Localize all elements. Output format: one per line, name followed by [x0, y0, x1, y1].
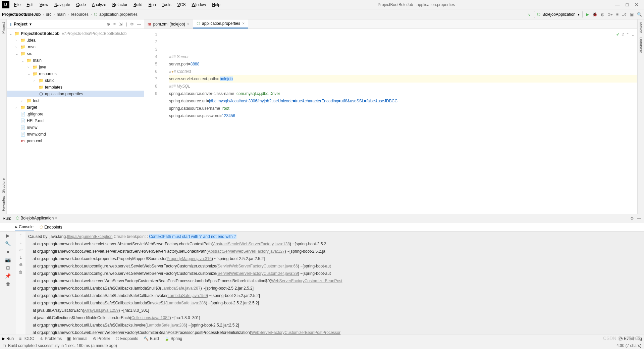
run-button[interactable]: ▶ [586, 12, 589, 17]
menu-help[interactable]: Help [209, 1, 223, 8]
tree-item--gitignore[interactable]: 📄.gitignore [7, 111, 144, 117]
hammer-icon[interactable]: ↘ [527, 12, 531, 17]
camera-icon[interactable]: 📷 [5, 257, 11, 262]
tree-item--idea[interactable]: ›📁.idea [7, 37, 144, 44]
bottom-tab-build[interactable]: 🔨Build [144, 336, 159, 341]
tree-item-templates[interactable]: 📁templates [7, 84, 144, 91]
collapse-all-icon[interactable]: ⇲ [119, 22, 122, 27]
expand-all-icon[interactable]: ≡ [113, 22, 116, 27]
breadcrumb-part[interactable]: application.properties [99, 12, 138, 17]
maximize-button[interactable]: □ [626, 2, 629, 7]
profile-button[interactable]: ⊙▾ [607, 12, 613, 17]
window-controls: — □ ✕ [610, 2, 644, 7]
bottom-tab-terminal[interactable]: ▣Terminal [67, 336, 87, 341]
chevron-down-icon[interactable]: ▾ [30, 22, 32, 27]
tree-item-mvnw-cmd[interactable]: 📄mvnw.cmd [7, 131, 144, 138]
stop-button[interactable]: ■ [6, 249, 9, 254]
hide-icon[interactable]: — [137, 22, 141, 27]
coverage-button[interactable]: ◐ [601, 12, 604, 17]
debug-button[interactable]: 🐞 [592, 12, 597, 17]
menu-navigate[interactable]: Navigate [52, 1, 73, 8]
bottom-tab-endpoints[interactable]: ⬡Endpoints [116, 336, 138, 341]
tree-item-resources[interactable]: ⌄📁resources [7, 70, 144, 77]
menu-window[interactable]: Window [189, 1, 209, 8]
database-tool-button[interactable]: Database [639, 37, 643, 53]
gear-icon[interactable]: ⚙ [630, 216, 634, 221]
menu-file[interactable]: File [11, 1, 23, 8]
editor-tab[interactable]: ⬡application.properties× [193, 19, 248, 29]
project-tool-button[interactable]: Project [1, 22, 5, 34]
bottom-tab-spring[interactable]: 🍃Spring [164, 336, 182, 341]
menu-build[interactable]: Build [131, 1, 145, 8]
minimize-button[interactable]: — [615, 2, 620, 7]
endpoints-tab[interactable]: ⬡Endpoints [39, 223, 63, 231]
breadcrumb-part[interactable]: main [57, 12, 65, 17]
up-icon[interactable]: ↑ [20, 233, 22, 238]
structure-tool-button[interactable]: Structure [1, 178, 5, 193]
inspection-widget[interactable]: ✔2 ⌃ ⌄ [616, 31, 635, 38]
print-icon[interactable]: 🖶 [19, 262, 23, 267]
favorites-tool-button[interactable]: Favorites [1, 196, 5, 211]
tree-item-mvnw[interactable]: 📄mvnw [7, 124, 144, 131]
menu-code[interactable]: Code [73, 1, 89, 8]
gear-icon[interactable]: ⚙ [130, 22, 134, 27]
breadcrumb-part[interactable]: src [46, 12, 51, 17]
run-tab[interactable]: ⬡ BolejobApplication × [14, 215, 59, 222]
tree-item-main[interactable]: ⌄📁main [7, 57, 144, 64]
tree-item-test[interactable]: ›📁test [7, 97, 144, 104]
run-panel-header: Run: ⬡ BolejobApplication × ⚙ — [0, 214, 644, 223]
trash-icon[interactable]: 🗑 [6, 281, 10, 287]
clear-icon[interactable]: 🗑 [19, 270, 23, 275]
select-opened-icon[interactable]: ⊕ [107, 22, 110, 27]
run-config-selector[interactable]: ⬡ BolejobApplication ▾ [534, 11, 583, 18]
pin-icon[interactable]: 📌 [5, 273, 11, 279]
menu-vcs[interactable]: VCS [175, 1, 189, 8]
menu-refactor[interactable]: Refactor [110, 1, 130, 8]
tree-item-target[interactable]: ›📁target [7, 104, 144, 111]
line-gutter: 123456789 [144, 29, 161, 214]
caret-position[interactable]: 4:30 (7 chars) [616, 343, 641, 348]
chevron-down-icon[interactable]: ⌄ [631, 31, 635, 38]
tree-root[interactable]: ⌄📁ProjectBootBoleJobE:\Projects-Idea\Pro… [7, 30, 144, 37]
layout-icon[interactable]: ⊞ [6, 265, 10, 270]
search-everywhere-icon[interactable]: 🔍 [637, 12, 642, 17]
tree-item-HELP-md[interactable]: 📄HELP.md [7, 117, 144, 124]
hide-icon[interactable]: — [637, 216, 641, 221]
tree-item-src[interactable]: ⌄📁src [7, 50, 144, 57]
scroll-icon[interactable]: ⤓ [19, 255, 22, 260]
bottom-tab-profiler[interactable]: ⊙Profiler [93, 336, 110, 341]
menu-tools[interactable]: Tools [159, 1, 174, 8]
console-tab[interactable]: ▸Console [15, 223, 34, 231]
editor-tab[interactable]: mpom.xml (bolejob)× [144, 19, 193, 29]
chevron-up-icon[interactable]: ⌃ [626, 31, 629, 38]
stop-button[interactable]: ■ [616, 12, 619, 17]
tree-item-pom-xml[interactable]: mpom.xml [7, 138, 144, 144]
tools-icon[interactable]: 🔧 [5, 241, 11, 246]
code-area[interactable]: ✔2 ⌃ ⌄ ### Serverserver.port=8888#●# Con… [161, 29, 637, 214]
bottom-tab-run[interactable]: ▶Run [2, 336, 14, 341]
down-icon[interactable]: ↓ [20, 240, 22, 245]
tree-item-static[interactable]: ›📁static [7, 77, 144, 84]
wrap-icon[interactable]: ↩ [19, 248, 22, 252]
menu-analyze[interactable]: Analyze [89, 1, 109, 8]
breadcrumb-part[interactable]: resources [71, 12, 89, 17]
bottom-tab-todo[interactable]: ≡TODO [19, 336, 34, 341]
maven-tool-button[interactable]: Maven [639, 22, 643, 33]
console-output[interactable]: Caused by: java.lang.IllegalArgumentExce… [25, 232, 644, 335]
close-button[interactable]: ✕ [635, 2, 639, 7]
menu-run[interactable]: Run [146, 1, 159, 8]
search-button[interactable]: ▣ [630, 12, 634, 17]
tree-item--mvn[interactable]: ›📁.mvn [7, 44, 144, 50]
rerun-button[interactable]: ▶ [6, 233, 10, 238]
bottom-tab-problems[interactable]: ⚠Problems [40, 336, 62, 341]
project-tree[interactable]: ⌄📁ProjectBootBoleJobE:\Projects-Idea\Pro… [7, 29, 144, 214]
status-icon[interactable]: ◻ [3, 343, 6, 348]
git-button[interactable]: ⎇ [622, 12, 627, 17]
breadcrumb-project[interactable]: ProjectBootBoleJob [2, 12, 41, 17]
close-icon[interactable]: × [55, 216, 57, 220]
tree-item-application-properties[interactable]: ⬡application.properties [7, 91, 144, 97]
editor-body: 123456789 ✔2 ⌃ ⌄ ### Serverserver.port=8… [144, 29, 637, 214]
menu-view[interactable]: View [37, 1, 51, 8]
tree-item-java[interactable]: ›📁java [7, 64, 144, 70]
menu-edit[interactable]: Edit [24, 1, 36, 8]
